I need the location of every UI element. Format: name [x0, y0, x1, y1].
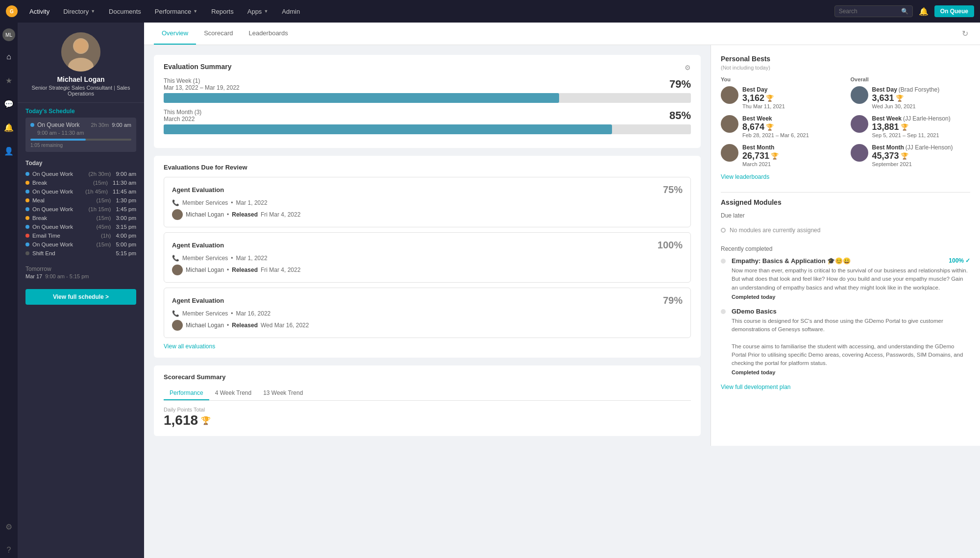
overall-best-day-date: Wed Jun 30, 2021	[872, 103, 940, 109]
schedule-item-dot	[25, 172, 29, 176]
performance-arrow-icon: ▼	[193, 9, 197, 14]
schedule-item-name: On Queue Work	[32, 206, 83, 212]
sidebar-person-icon[interactable]: 👤	[0, 143, 18, 159]
sidebar-settings-icon[interactable]: ⚙	[0, 519, 18, 534]
sc-tab-4week[interactable]: 4 Week Trend	[209, 387, 257, 400]
sidebar-chat-icon[interactable]: 💬	[0, 96, 18, 112]
eval-card-3-service: Member Services	[182, 310, 228, 317]
sc-tab-performance[interactable]: Performance	[164, 387, 209, 400]
nav-activity[interactable]: Activity	[24, 0, 55, 23]
module-card-2[interactable]: GDemo Basics This course is designed for…	[721, 308, 970, 376]
module-card-1[interactable]: Empathy: Basics & Application 🎓😊😀 100% ✓…	[721, 257, 970, 300]
overall-best-month-name: (JJ Earle-Henson)	[906, 144, 953, 151]
todays-schedule-link[interactable]: Today's Schedule	[25, 108, 136, 115]
nav-activity-label: Activity	[29, 8, 49, 15]
schedule-item-name: Break	[32, 180, 88, 186]
scorecard-tabs: Performance 4 Week Trend 13 Week Trend	[164, 387, 691, 401]
sidebar-star-icon[interactable]: ★	[0, 73, 18, 88]
you-column: You Best Day 3,162 🏆	[721, 76, 841, 173]
schedule-item-time: 3:00 pm	[116, 215, 136, 221]
this-month-pct: 85%	[669, 109, 691, 122]
module-1-title: Empathy: Basics & Application 🎓😊😀	[732, 257, 851, 265]
you-column-label: You	[721, 76, 841, 82]
nav-performance-label: Performance	[155, 8, 191, 15]
nav-performance[interactable]: Performance ▼	[149, 0, 203, 23]
this-week-label: This Week (1)	[164, 77, 240, 84]
due-later-label: Due later	[721, 212, 970, 219]
sidebar-bell-icon[interactable]: 🔔	[0, 120, 18, 135]
nav-directory[interactable]: Directory ▼	[57, 0, 101, 23]
notification-bell-icon[interactable]: 🔔	[915, 7, 932, 16]
personal-bests-title: Personal Bests	[721, 55, 970, 63]
today-label: Today	[25, 160, 136, 167]
overall-best-week-score: 13,881	[872, 122, 899, 132]
schedule-list-item: Break (15m) 11:30 am	[25, 178, 136, 187]
overall-column-label: Overall	[851, 76, 971, 82]
top-navigation: G Activity Directory ▼ Documents Perform…	[0, 0, 980, 23]
apps-arrow-icon: ▼	[264, 9, 268, 14]
schedule-item-time: 1:45 pm	[116, 206, 136, 212]
this-week-progress-fill	[164, 93, 559, 103]
schedule-header: Today's Schedule	[18, 103, 144, 118]
eval-card-1[interactable]: Agent Evaluation 75% 📞 Member Services •…	[164, 177, 691, 227]
tomorrow-date: Mar 17	[25, 273, 42, 279]
settings-gear-icon[interactable]: ⚙	[685, 64, 691, 72]
you-best-week-label: Best Week	[742, 115, 809, 122]
module-2-dot	[721, 309, 726, 314]
onqueue-button[interactable]: On Queue	[934, 5, 974, 17]
eval-card-2-title: Agent Evaluation	[172, 242, 224, 249]
tomorrow-section: Tomorrow Mar 17 9:00 am - 5:15 pm	[18, 262, 144, 283]
you-best-week-score: 8,674	[742, 122, 764, 132]
sidebar-home-icon[interactable]: ⌂	[0, 49, 18, 65]
tab-leaderboards[interactable]: Leaderboards	[241, 23, 295, 45]
icon-sidebar: ML ⌂ ★ 💬 🔔 👤 ⚙ ?	[0, 23, 18, 558]
daily-points-label: Daily Points Total	[164, 407, 211, 412]
tab-scorecard[interactable]: Scorecard	[196, 23, 241, 45]
view-leaderboards-link[interactable]: View leaderboards	[721, 173, 769, 180]
nav-documents[interactable]: Documents	[103, 0, 147, 23]
check-circle-icon: ✓	[965, 257, 970, 264]
eval-card-3[interactable]: Agent Evaluation 79% 📞 Member Services •…	[164, 288, 691, 338]
nav-reports[interactable]: Reports	[205, 0, 240, 23]
module-1-completed: Completed today	[732, 294, 970, 300]
search-box[interactable]: 🔍	[834, 5, 913, 17]
view-dev-plan-link[interactable]: View full development plan	[721, 384, 791, 390]
user-avatar-icon[interactable]: ML	[2, 28, 15, 41]
nav-apps[interactable]: Apps ▼	[242, 0, 274, 23]
view-full-schedule-button[interactable]: View full schedule >	[25, 289, 136, 305]
no-modules-message: No modules are currently assigned	[721, 223, 970, 238]
tab-overview[interactable]: Overview	[154, 23, 196, 45]
overall-avatar-week	[851, 115, 868, 133]
this-week-progress-bar	[164, 93, 691, 103]
eval-card-1-title: Agent Evaluation	[172, 186, 224, 194]
sidebar-help-icon[interactable]: ?	[0, 542, 18, 558]
content-area: Evaluation Summary ⚙ This Week (1) Mar 1…	[144, 45, 980, 446]
trophy-you-week: 🏆	[766, 123, 774, 131]
eval-card-1-service: Member Services	[182, 199, 228, 206]
schedule-item-dot	[25, 216, 29, 220]
phone-icon-2: 📞	[172, 255, 179, 262]
schedule-item-dot	[25, 243, 29, 246]
this-month-progress-bar	[164, 124, 691, 134]
module-2-when: today	[761, 369, 775, 375]
schedule-list-item: Shift End 5:15 pm	[25, 249, 136, 258]
view-all-evaluations-link[interactable]: View all evaluations	[164, 343, 691, 350]
search-input[interactable]	[839, 8, 898, 15]
current-progress-bar	[30, 139, 131, 141]
eval-card-2[interactable]: Agent Evaluation 100% 📞 Member Services …	[164, 232, 691, 283]
schedule-list-item: Break (15m) 3:00 pm	[25, 214, 136, 222]
nav-admin[interactable]: Admin	[276, 0, 306, 23]
current-time-range: 9:00 am - 11:30 am	[30, 130, 131, 136]
overall-avatar-month	[851, 144, 868, 162]
you-best-day-date: Thu Mar 11, 2021	[742, 103, 785, 109]
refresh-button[interactable]: ↻	[960, 27, 970, 40]
schedule-item-time: 5:00 pm	[116, 242, 136, 247]
app-logo[interactable]: G	[6, 5, 18, 17]
sc-tab-13week[interactable]: 13 Week Trend	[257, 387, 309, 400]
schedule-item-time: 4:00 pm	[116, 233, 136, 239]
schedule-item-time: 11:45 am	[113, 189, 136, 194]
schedule-item-dot	[25, 234, 29, 238]
remaining-time: 1:05 remaining	[30, 143, 131, 148]
this-month-progress-fill	[164, 124, 612, 134]
current-progress-fill	[30, 139, 86, 141]
